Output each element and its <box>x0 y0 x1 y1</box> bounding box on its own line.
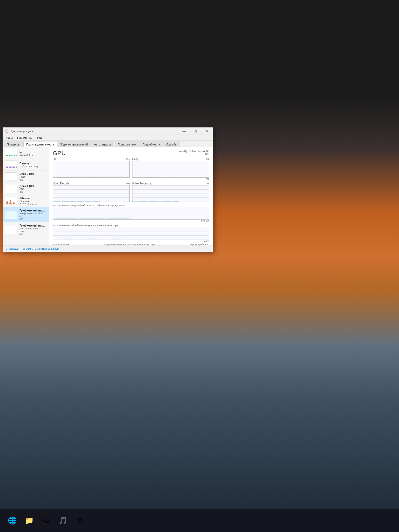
memory-chart-thumb <box>5 161 17 169</box>
tab-users[interactable]: Пользователи <box>115 141 139 147</box>
gpu-dedicated-mem-max: 128 МБ <box>53 220 209 222</box>
gpu-3d-chart <box>53 161 130 178</box>
taskbar-edge[interactable]: 🌐 <box>5 513 19 528</box>
gpu-vp-chart <box>132 185 209 202</box>
gpu-driver-label: Версия драйвера: <box>190 243 209 245</box>
gpu-nvidia-info: Графический про... NVIDIA GeForce GT 740… <box>19 224 47 236</box>
ethernet-chart-thumb <box>5 197 17 205</box>
sidebar-item-disk0[interactable]: Диск 0 (D:) HDD 0% <box>3 171 49 183</box>
background <box>0 0 399 532</box>
taskbar-settings[interactable]: ⚙ <box>73 513 87 528</box>
sidebar-item-disk1[interactable]: Диск 1 (C:) SSD 0% <box>3 183 49 195</box>
gpu-nvidia-thumb <box>5 226 17 234</box>
gpu-dedicated-mem-chart <box>53 207 209 220</box>
menu-params[interactable]: Параметры <box>15 135 35 141</box>
gpu-card-info: Intel(R) HD Graphics 4600 0% <box>178 150 209 156</box>
monitor-label: Открыть монитор ресурсов <box>26 247 59 250</box>
menu-file[interactable]: Файл <box>4 135 15 141</box>
gpu-nvidia-pct: 0% <box>19 233 47 236</box>
gpu-3d-pct: 0% <box>126 158 130 160</box>
gpu-header: GPU Intel(R) HD Graphics 4600 0% <box>53 150 209 157</box>
taskbar-explorer[interactable]: 📁 <box>22 513 36 528</box>
collapse-button[interactable]: ⊙ Меньше <box>5 247 18 250</box>
monitor-icon: ⊞ <box>23 247 25 250</box>
menu-view[interactable]: Вид <box>35 135 44 141</box>
gpu-nvidia-name: Графический про... <box>19 224 47 227</box>
ethernet-name: Ethernet <box>19 197 47 200</box>
gpu-3d-label: 3D <box>53 158 56 161</box>
cpu-chart-thumb <box>5 149 17 157</box>
gpu-intel-thumb <box>5 211 17 219</box>
disk0-info: Диск 0 (D:) HDD 0% <box>19 172 47 181</box>
gpu-dedicated-mem-label: Использование выделенной памяти графичес… <box>53 204 209 207</box>
ethernet-info: Ethernet Ethernet О: 0 Г: 0 хбит/с <box>19 197 47 205</box>
open-monitor-button[interactable]: ⊞ Открыть монитор ресурсов <box>23 247 59 250</box>
gpu-copy-bottom-pct: 0% <box>132 178 209 181</box>
gpu-title: GPU <box>53 150 66 157</box>
window-icon: 📋 <box>5 129 9 133</box>
gpu-vd-chart <box>53 185 130 202</box>
disk1-pct: 0% <box>19 190 47 193</box>
tab-details[interactable]: Подробности <box>139 141 163 147</box>
tab-performance[interactable]: Производительность <box>23 142 57 147</box>
cpu-sub: 1% 3,76 ГГц <box>19 153 47 156</box>
disk0-sub: HDD <box>19 175 47 178</box>
minimize-button[interactable]: — <box>178 128 190 135</box>
cpu-info: ЦП 1% 3,76 ГГц <box>19 150 47 156</box>
memory-info: Память 1,7/7,9 ГБ (22%) <box>19 162 47 168</box>
gpu-copy-label: Copy <box>132 158 138 161</box>
collapse-icon: ⊙ <box>5 247 8 250</box>
gpu-intel-sub: Intel(R) HD Graphics 46... <box>19 212 47 218</box>
tab-services[interactable]: Службы <box>163 141 180 147</box>
gpu-usage-label: Использование <box>53 243 69 245</box>
gpu-card-name: Intel(R) HD Graphics 4600 <box>178 150 209 153</box>
gpu-shared-mem-chart <box>53 227 209 240</box>
disk1-info: Диск 1 (C:) SSD 0% <box>19 184 47 193</box>
memory-name: Память <box>19 162 47 165</box>
gpu-vp-label: Video Processing <box>132 182 152 185</box>
gpu-bottom-info: Использование Выделенная память графичес… <box>53 243 209 245</box>
gpu-section-copy: Copy 0% 0% <box>132 158 209 181</box>
tab-processes[interactable]: Процессы <box>4 141 23 147</box>
gpu-dedicated-label: Выделенная память графического процессор… <box>104 243 155 245</box>
gpu-section-videodecode: Video Decode 0% <box>53 182 130 202</box>
sidebar-item-cpu[interactable]: ЦП 1% 3,76 ГГц <box>3 147 49 159</box>
bottom-bar: ⊙ Меньше ⊞ Открыть монитор ресурсов <box>3 245 213 252</box>
maximize-button[interactable]: □ <box>190 128 201 135</box>
cpu-name: ЦП <box>19 150 47 153</box>
close-button[interactable]: ✕ <box>201 128 213 135</box>
tab-apphistory[interactable]: Журнал приложений <box>57 141 91 147</box>
sidebar-item-gpu-intel[interactable]: Графический про... Intel(R) HD Graphics … <box>3 207 49 222</box>
tabbar: Процессы Производительность Журнал прило… <box>3 141 213 147</box>
tab-autostart[interactable]: Автозагрузка <box>91 141 114 147</box>
main-panel: GPU Intel(R) HD Graphics 4600 0% 3D 0% <box>49 147 213 245</box>
gpu-vd-label: Video Decode <box>53 182 69 185</box>
gpu-intel-info: Графический про... Intel(R) HD Graphics … <box>19 209 47 221</box>
gpu-intel-pct: 0% <box>19 218 47 221</box>
titlebar: 📋 Диспетчер задач — □ ✕ <box>3 128 213 135</box>
ethernet-sub: Ethernet <box>19 200 47 203</box>
disk0-pct: 0% <box>19 178 47 181</box>
memory-sub: 1,7/7,9 ГБ (22%) <box>19 165 47 168</box>
gpu-copy-chart <box>132 161 209 178</box>
gpu-shared-mem-section: Использование общей памяти графического … <box>53 224 209 243</box>
gpu-card-pct: 0% <box>178 153 209 156</box>
disk0-chart-thumb <box>5 172 17 181</box>
taskbar-media[interactable]: 🎵 <box>56 513 70 528</box>
gpu-shared-mem-label: Использование общей памяти графического … <box>53 224 209 227</box>
gpu-shared-mem-max: 2,0 ГБ <box>53 240 209 243</box>
menubar: Файл Параметры Вид <box>3 135 213 141</box>
gpu-vp-pct: 0% <box>206 182 209 185</box>
gpu-section-3d: 3D 0% <box>53 158 130 181</box>
taskbar-store[interactable]: 🛍 <box>39 513 53 528</box>
disk0-name: Диск 0 (D:) <box>19 172 47 175</box>
task-manager-window: 📋 Диспетчер задач — □ ✕ Файл Параметры В… <box>3 127 213 252</box>
gpu-sections-grid: 3D 0% <box>53 158 209 202</box>
gpu-dedicated-mem-section: Использование выделенной памяти графичес… <box>53 204 209 222</box>
sidebar-item-ethernet[interactable]: Ethernet Ethernet О: 0 Г: 0 хбит/с <box>3 195 49 207</box>
ethernet-pct: О: 0 Г: 0 хбит/с <box>19 203 47 205</box>
gpu-vd-pct: 0% <box>126 182 130 185</box>
collapse-label: Меньше <box>9 247 18 250</box>
sidebar-item-memory[interactable]: Память 1,7/7,9 ГБ (22%) <box>3 159 49 171</box>
sidebar-item-gpu-nvidia[interactable]: Графический про... NVIDIA GeForce GT 740… <box>3 222 49 237</box>
